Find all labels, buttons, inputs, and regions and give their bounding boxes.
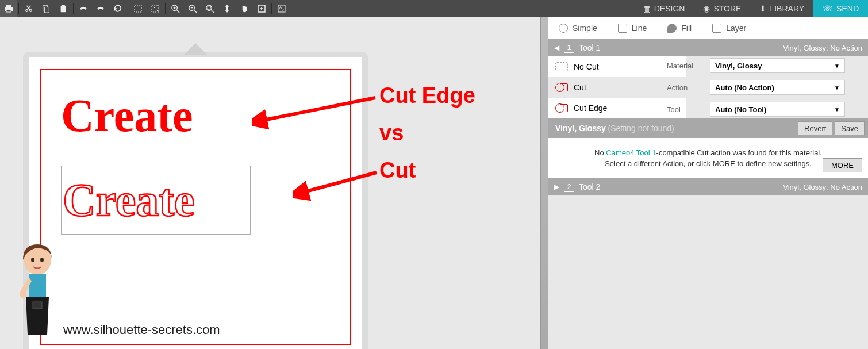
simple-tab[interactable]: Simple [548, 17, 608, 39]
layer-tab[interactable]: Layer [702, 17, 756, 39]
cut-icon[interactable] [20, 0, 37, 17]
tool-label: Tool 2 [579, 182, 600, 191]
zoom-in-icon[interactable] [167, 0, 184, 17]
cut-icon [555, 83, 568, 92]
tab-label: Line [632, 24, 647, 33]
setting-status-bar: Vinyl, Glossy (Setting not found) Revert… [548, 118, 868, 138]
cut-edge-option[interactable]: Cut Edge [548, 98, 686, 118]
layer-icon [712, 24, 721, 33]
arrow-cutedge-icon [252, 95, 378, 129]
svg-line-11 [152, 6, 158, 11]
tool1-status: Vinyl, Glossy: No Action [783, 44, 862, 52]
paste-icon[interactable] [55, 0, 72, 17]
chevron-down-icon: ▼ [834, 85, 840, 91]
undo-icon[interactable] [75, 0, 92, 17]
tool1-header[interactable]: ◀ 1 Tool 1 Vinyl, Glossy: No Action [548, 39, 868, 56]
setting-not-found: (Setting not found) [608, 124, 674, 133]
tool-link: Cameo4 Tool 1 [606, 148, 656, 157]
option-label: No Cut [574, 62, 599, 71]
svg-line-29 [302, 172, 377, 193]
design-text-cutedge[interactable]: Create [61, 90, 193, 142]
library-tab[interactable]: ⬇LIBRARY [750, 0, 813, 17]
svg-point-31 [31, 258, 34, 262]
svg-line-13 [176, 10, 179, 13]
tab-label: DESIGN [654, 4, 685, 13]
action-dropdown[interactable]: Auto (No Action)▼ [710, 80, 845, 95]
annotation-cut: Cut [379, 158, 416, 183]
tool-label: Tool [667, 105, 710, 114]
watermark: www.silhouette-secrets.com [63, 323, 220, 338]
store-icon: ◉ [703, 4, 710, 13]
svg-line-28 [260, 98, 375, 121]
fit-page-icon[interactable] [253, 0, 270, 17]
svg-rect-0 [6, 5, 11, 7]
line-tab[interactable]: Line [608, 17, 657, 39]
tab-label: Layer [726, 24, 746, 33]
material-label: Material [667, 62, 710, 70]
arrow-cut-icon [293, 170, 379, 204]
top-toolbar: A✓ ▦DESIGN ◉STORE ⬇LIBRARY ☏SEND [0, 0, 868, 17]
expand-right-icon: ▶ [554, 183, 559, 191]
no-cut-option[interactable]: No Cut [548, 56, 686, 77]
material-name: Vinyl, Glossy [555, 124, 606, 133]
design-selection[interactable]: Create [61, 166, 251, 235]
refresh-icon[interactable] [109, 0, 126, 17]
preferences-icon[interactable]: A✓ [273, 0, 290, 17]
svg-rect-7 [61, 6, 66, 12]
canvas-scrollbar[interactable] [540, 17, 548, 349]
revert-button[interactable]: Revert [798, 121, 832, 135]
character-avatar [11, 240, 63, 343]
circle-icon [559, 24, 568, 33]
svg-rect-6 [44, 7, 49, 13]
copy-icon[interactable] [37, 0, 55, 17]
tab-label: Fill [681, 24, 692, 33]
mat-handle-icon [184, 43, 207, 55]
svg-point-35 [20, 291, 26, 298]
chevron-down-icon: ▼ [834, 106, 840, 113]
fill-tab[interactable]: Fill [657, 17, 702, 39]
svg-point-32 [40, 258, 44, 262]
grid-icon: ▦ [643, 4, 651, 13]
tool-dropdown[interactable]: Auto (No Tool)▼ [710, 102, 845, 117]
svg-line-20 [211, 10, 214, 13]
warning-message: No Cameo4 Tool 1-compatible Cut action w… [548, 138, 868, 178]
redo-icon[interactable] [92, 0, 109, 17]
zoom-selection-icon[interactable] [201, 0, 218, 17]
store-tab[interactable]: ◉STORE [694, 0, 750, 17]
material-dropdown[interactable]: Vinyl, Glossy▼ [710, 58, 845, 73]
save-button[interactable]: Save [835, 121, 865, 135]
settings-column: Material Vinyl, Glossy▼ Action Auto (No … [667, 55, 845, 120]
pan-icon[interactable] [236, 0, 253, 17]
send-icon: ☏ [823, 4, 833, 13]
main-tabs: ▦DESIGN ◉STORE ⬇LIBRARY ☏SEND [634, 0, 868, 17]
tool2-status: Vinyl, Glossy: No Action [783, 183, 862, 191]
svg-line-17 [194, 10, 197, 13]
more-button[interactable]: MORE [823, 158, 862, 172]
tool2-header[interactable]: ▶ 2 Tool 2 Vinyl, Glossy: No Action [548, 178, 868, 195]
design-tab[interactable]: ▦DESIGN [634, 0, 694, 17]
select-all-icon[interactable] [129, 0, 147, 17]
sub-tabs: Simple Line Fill Layer [548, 17, 868, 39]
svg-text:✓: ✓ [282, 8, 285, 11]
canvas-area: Create Create Cut Edge vs Cut [0, 17, 540, 349]
design-text-cut[interactable]: Create [63, 174, 195, 227]
tab-label: Simple [573, 24, 597, 33]
tab-label: STORE [713, 4, 741, 13]
deselect-icon[interactable] [147, 0, 164, 17]
download-icon: ⬇ [759, 4, 766, 13]
tool-number: 2 [564, 182, 574, 192]
print-icon[interactable] [0, 0, 17, 17]
collapse-left-icon: ◀ [554, 44, 559, 52]
svg-rect-34 [33, 302, 42, 309]
tool-label: Tool 1 [579, 43, 600, 52]
cut-edge-icon [555, 103, 568, 113]
send-tab[interactable]: ☏SEND [813, 0, 868, 17]
action-label: Action [667, 83, 710, 92]
line-icon [618, 24, 627, 33]
zoom-drag-icon[interactable] [218, 0, 236, 17]
zoom-out-icon[interactable] [184, 0, 201, 17]
cut-option[interactable]: Cut [548, 77, 686, 98]
cut-options-list: No Cut Cut Cut Edge [548, 56, 686, 118]
fill-icon [667, 24, 677, 33]
annotation-cutedge: Cut Edge [379, 83, 475, 108]
